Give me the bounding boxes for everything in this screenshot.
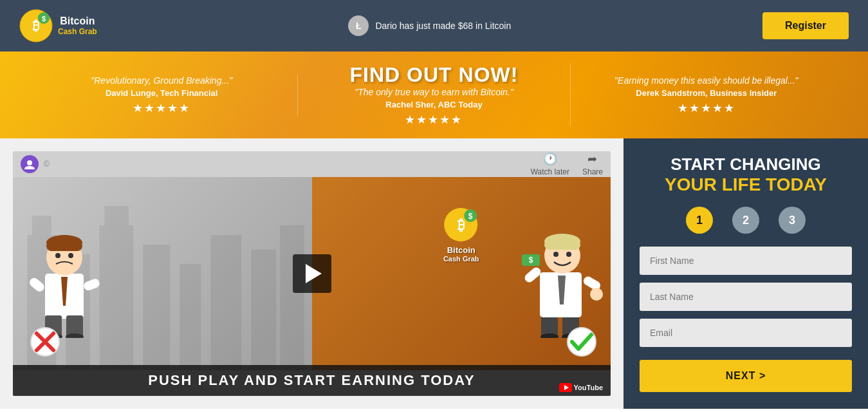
step-2: 2 — [732, 207, 759, 234]
testimonial-author-3: Derek Sandstrom, Business Insider — [584, 88, 829, 98]
last-name-input[interactable] — [640, 283, 852, 311]
email-input[interactable] — [640, 319, 852, 347]
testimonial-stars-3: ★★★★★ — [584, 101, 829, 115]
testimonials-bar: "Revolutionary, Ground Breaking..." Davi… — [0, 52, 868, 138]
logo-name: Bitcoin — [58, 15, 97, 27]
video-container: © 🕐 Watch later ➦ Share — [13, 151, 611, 396]
svg-point-45 — [566, 252, 571, 257]
svg-text:$: $ — [42, 15, 46, 23]
testimonial-item-center: FIND OUT NOW! "The only true way to earn… — [298, 63, 570, 127]
svg-rect-43 — [544, 240, 580, 250]
logo: ₿ $ Bitcoin Cash Grab — [19, 9, 97, 42]
testimonial-author-2: Rachel Sher, ABC Today — [311, 100, 557, 109]
find-out-now-heading: FIND OUT NOW! — [311, 63, 557, 87]
video-right-side: ₿ $ Bitcoin Cash Grab — [312, 177, 611, 370]
svg-rect-10 — [143, 245, 170, 370]
youtube-label: YouTube — [574, 384, 603, 391]
first-name-input[interactable] — [640, 247, 852, 275]
form-title-line1: START CHANGING — [670, 154, 821, 174]
svg-rect-14 — [280, 225, 304, 370]
bitcoin-logo-icon: ₿ $ — [19, 9, 53, 42]
happy-character-svg: $ — [521, 222, 604, 338]
watch-later-button[interactable]: 🕐 Watch later — [531, 152, 569, 176]
red-x-mark — [29, 326, 61, 360]
share-icon: ➦ — [587, 152, 597, 166]
sad-character-svg — [23, 222, 106, 338]
svg-rect-11 — [180, 264, 201, 370]
form-section: START CHANGING YOUR LIFE TODAY 1 2 3 NEX… — [623, 138, 868, 409]
step-3: 3 — [779, 207, 806, 234]
testimonial-stars-2: ★★★★★ — [311, 113, 557, 127]
video-section: © 🕐 Watch later ➦ Share — [0, 138, 623, 409]
video-left-side — [13, 177, 312, 370]
video-bottom-bar: PUSH PLAY AND START EARNING TODAY YouTub… — [13, 365, 611, 396]
testimonial-quote-1: "Revolutionary, Ground Breaking..." — [39, 75, 284, 86]
testimonial-quote-3: "Earning money this easily should be ill… — [584, 75, 829, 86]
cash-grab-label: Cash Grab — [443, 255, 479, 263]
video-frame: ₿ $ Bitcoin Cash Grab — [13, 177, 611, 370]
play-triangle-icon — [306, 264, 322, 283]
svg-point-4 — [27, 160, 32, 165]
main-content: © 🕐 Watch later ➦ Share — [0, 138, 868, 409]
header: ₿ $ Bitcoin Cash Grab Ł Dario has just m… — [0, 0, 868, 52]
watch-later-label: Watch later — [531, 167, 569, 176]
svg-rect-22 — [28, 276, 46, 294]
bitcoin-label: Bitcoin — [443, 245, 479, 255]
register-button[interactable]: Register — [762, 12, 849, 39]
testimonial-stars-1: ★★★★★ — [39, 101, 284, 115]
youtube-icon — [559, 383, 572, 392]
litecoin-icon: Ł — [348, 15, 369, 36]
svg-text:$: $ — [529, 256, 533, 265]
video-top-bar: © 🕐 Watch later ➦ Share — [13, 151, 611, 177]
svg-point-21 — [68, 253, 73, 258]
svg-text:₿: ₿ — [457, 217, 465, 233]
svg-rect-19 — [46, 241, 82, 251]
testimonial-item-right: "Earning money this easily should be ill… — [571, 75, 842, 115]
svg-rect-46 — [523, 266, 542, 285]
notification-text: Dario has just made $68 in Litcoin — [375, 21, 511, 31]
step-indicators: 1 2 3 — [686, 207, 806, 234]
notification-area: Ł Dario has just made $68 in Litcoin — [348, 15, 511, 36]
share-button[interactable]: ➦ Share — [582, 152, 603, 176]
video-top-actions: 🕐 Watch later ➦ Share — [531, 152, 603, 176]
svg-text:₿: ₿ — [33, 19, 39, 33]
svg-rect-9 — [104, 206, 129, 225]
testimonial-quote-2: "The only true way to earn with Bitcoin.… — [311, 87, 557, 97]
testimonial-author-1: David Lunge, Tech Financial — [39, 88, 284, 98]
logo-sub: Cash Grab — [58, 27, 97, 36]
play-button[interactable] — [293, 254, 331, 293]
svg-rect-23 — [82, 277, 100, 292]
video-avatar — [21, 155, 39, 173]
step-1: 1 — [686, 207, 713, 234]
next-button[interactable]: NEXT > — [640, 360, 852, 392]
video-copyright: © — [44, 160, 50, 169]
svg-point-44 — [553, 252, 559, 257]
share-label: Share — [582, 167, 603, 176]
svg-point-20 — [55, 253, 60, 258]
form-title-line2: YOUR LIFE TODAY — [665, 174, 827, 195]
svg-text:$: $ — [468, 212, 473, 221]
green-check-mark — [566, 326, 598, 360]
push-play-text: PUSH PLAY AND START EARNING TODAY — [148, 372, 476, 389]
clock-icon: 🕐 — [543, 152, 557, 166]
svg-point-50 — [590, 288, 603, 301]
svg-rect-12 — [210, 235, 241, 370]
svg-rect-13 — [251, 250, 276, 371]
testimonial-item-left: "Revolutionary, Ground Breaking..." Davi… — [26, 75, 298, 115]
